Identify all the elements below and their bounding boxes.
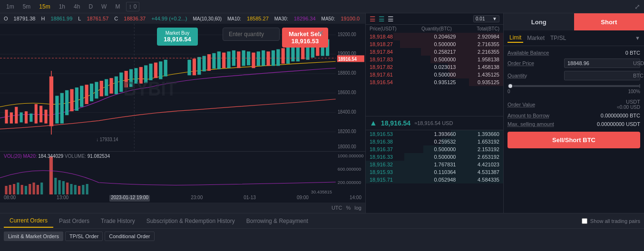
svg-rect-102 [66, 183, 68, 194]
order-form: Available Balance 0 BTC Order Price USDT… [504, 46, 644, 213]
order-value-unit: USDT [617, 99, 640, 105]
svg-rect-8 [10, 112, 13, 123]
order-price-row: Order Price USDT [507, 58, 640, 68]
svg-rect-43 [193, 58, 196, 75]
order-price-label: Order Price [507, 60, 534, 66]
balance-row: Available Balance 0 BTC [507, 50, 640, 56]
sell-price-4: 18,917.82 [370, 64, 408, 70]
svg-text:↓ 17933.14: ↓ 17933.14 [96, 137, 118, 143]
ob-sell-row-4[interactable]: 18,917.82 0.023013 1.458138 [366, 63, 503, 71]
svg-rect-62 [286, 47, 290, 64]
indicator-icon: ⫶ [129, 3, 132, 10]
ob-sell-row-5[interactable]: 18,917.61 0.500000 1.435125 [366, 71, 503, 78]
sell-short-button[interactable]: Sell/Short BTC [507, 132, 640, 148]
quantity-row: Quantity BTC [507, 71, 640, 80]
buy-overlay-price: 18,916.54 [164, 36, 191, 43]
tab-borrowing-repayment[interactable]: Borrowing & Repayment [241, 215, 314, 227]
ma-indicator: MA(10,30,60) [193, 16, 222, 21]
ob-mid-value: 18,916.54 [381, 119, 410, 127]
qty-order-input[interactable] [567, 73, 633, 78]
subtab-conditional[interactable]: Conditional Order [105, 232, 154, 241]
tf-4h[interactable]: 4h [71, 2, 82, 11]
quantity-input[interactable] [223, 28, 280, 41]
tf-m[interactable]: M [113, 2, 122, 11]
svg-rect-15 [44, 110, 47, 124]
vol-volume-label: VOLUME: [65, 154, 86, 159]
ob-depth-selector[interactable]: 0.01 ▼ [473, 15, 499, 22]
qty-input-area [223, 28, 280, 41]
subtab-tpsl[interactable]: TP/SL Order [65, 232, 103, 241]
svg-rect-26 [90, 84, 93, 101]
tab-past-orders[interactable]: Past Orders [53, 215, 95, 227]
svg-rect-89 [9, 185, 11, 194]
tf-w[interactable]: W [99, 2, 109, 11]
svg-rect-106 [82, 185, 84, 194]
vol-volume-value: 91.082534 [88, 154, 110, 159]
svg-rect-42 [187, 60, 191, 76]
tf-15m[interactable]: 15m [37, 2, 52, 11]
svg-rect-56 [257, 51, 260, 66]
ob-sell-row-3[interactable]: 18,917.83 0.500000 1.958138 [366, 56, 503, 63]
svg-rect-28 [100, 81, 103, 97]
subtab-limit-market[interactable]: Limit & Market Orders [4, 232, 63, 241]
ob-buy-row-4[interactable]: 18,916.32 1.767831 4.421023 [366, 161, 503, 168]
svg-rect-13 [35, 104, 38, 124]
sell-max-label: Max. selling amount [507, 121, 554, 127]
bottom-sub-tabs: Limit & Market Orders TP/SL Order Condit… [0, 229, 644, 244]
close-overlay-button[interactable]: ✕ [318, 29, 324, 38]
buy-qty-0: 1.393660 [418, 131, 456, 137]
market-tab[interactable]: Market [525, 34, 546, 42]
ob-sell-row-0[interactable]: 18,918.48 0.204629 2.920984 [366, 33, 503, 40]
tpsl-tab[interactable]: TP/SL [548, 34, 568, 42]
ob-buy-icon: ☰ [379, 15, 385, 23]
limit-tab[interactable]: Limit [507, 33, 523, 43]
tf-1h[interactable]: 1h [57, 2, 68, 11]
slider-thumb[interactable] [507, 83, 513, 89]
expand-icon[interactable]: ⤢ [634, 3, 640, 10]
tf-1m[interactable]: 1m [4, 2, 17, 11]
show-all-checkbox[interactable] [582, 218, 587, 224]
tf-d[interactable]: D [86, 2, 95, 11]
ob-mid-usd: ≈18,916.54 USD [414, 120, 453, 126]
slider-track[interactable] [507, 85, 640, 87]
svg-text:18916.54: 18916.54 [338, 57, 357, 62]
order-type-tabs: Limit Market TP/SL ▼ [504, 30, 644, 46]
ob-depth-arrow: ▼ [492, 16, 497, 21]
svg-rect-21 [65, 90, 68, 115]
tab-trade-history[interactable]: Trade History [95, 215, 141, 227]
svg-rect-92 [21, 185, 23, 194]
top-bar-right: ⤢ [634, 3, 640, 10]
ob-buy-row-3[interactable]: 18,916.33 0.500000 2.653192 [366, 153, 503, 161]
ob-buy-row-0[interactable]: 18,916.53 1.393660 1.393660 [366, 130, 503, 138]
svg-rect-16 [49, 77, 53, 126]
ob-buy-row-2[interactable]: 18,916.37 0.500000 2.153192 [366, 145, 503, 153]
tpsl-dropdown[interactable]: ▼ [635, 35, 640, 41]
ob-buy-row-5[interactable]: 18,915.93 0.110364 4.531387 [366, 168, 503, 176]
ob-buy-row-1[interactable]: 18,916.38 0.259532 1.653192 [366, 138, 503, 145]
svg-text:18200.00: 18200.00 [338, 128, 356, 134]
ob-sell-row-2[interactable]: 18,917.84 0.258217 2.216355 [366, 48, 503, 56]
ob-sell-row-6[interactable]: 18,916.54 0.935125 0.935125 [366, 78, 503, 86]
right-panel: Long Short Limit Market TP/SL ▼ Availabl… [504, 13, 644, 213]
time-label-2300: 23:00 [191, 195, 203, 202]
short-tab[interactable]: Short [574, 13, 644, 30]
order-price-unit: USDT [633, 60, 644, 66]
svg-text:600.000000: 600.000000 [338, 167, 361, 172]
indicator-button[interactable]: ⫶ 0 [126, 2, 139, 11]
long-tab[interactable]: Long [504, 13, 574, 30]
ob-both-icon: ☰ [388, 15, 394, 23]
svg-rect-29 [105, 79, 108, 96]
svg-rect-103 [70, 184, 72, 194]
svg-rect-60 [276, 49, 280, 66]
ob-buy-row-6[interactable]: 18,915.71 0.052948 4.584335 [366, 176, 503, 183]
ma10-label: MA10: [227, 16, 241, 21]
ob-sell-row-1[interactable]: 18,918.27 0.500000 2.716355 [366, 40, 503, 48]
ob-col-headers: Price(USDT) Quantity(BTC) Total(BTC) [366, 25, 503, 33]
market-buy-overlay: Market Buy 18,916.54 [157, 28, 198, 46]
time-label-0900: 09:00 [297, 195, 309, 202]
tf-5m[interactable]: 5m [20, 2, 33, 11]
tab-subscription-history[interactable]: Subscription & Redemption History [141, 215, 241, 227]
open-label: O [4, 16, 8, 21]
tab-current-orders[interactable]: Current Orders [4, 214, 53, 228]
order-price-input[interactable] [567, 60, 633, 66]
